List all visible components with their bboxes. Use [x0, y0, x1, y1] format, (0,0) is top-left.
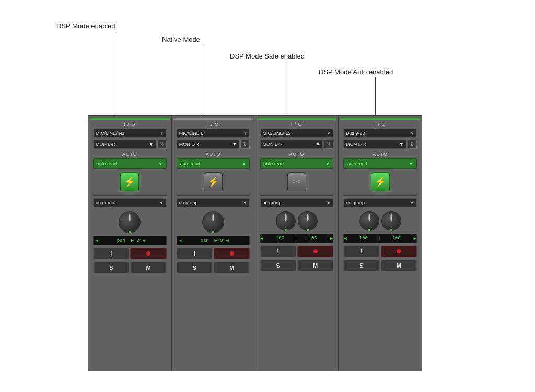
input-btn-ch4[interactable]: I [343, 246, 379, 257]
input-btn-ch1[interactable]: I [93, 248, 129, 259]
rec-dot-ch2 [230, 251, 234, 256]
dsp-safe-line [286, 61, 286, 117]
mon-row-ch1: MON L-R ▼ ⇅ [93, 140, 167, 149]
io-label-ch3: I / O [291, 122, 303, 127]
mon-row-ch4: MON L-R ▼ ⇅ [343, 140, 417, 149]
rec-btn-ch1[interactable] [130, 248, 166, 259]
io-label-ch4: I / O [375, 122, 386, 127]
btn-row-bottom-ch4: S M [343, 260, 417, 271]
channel-strip-3: I / O MIC/LINE/I12 ▼ MON L-R ▼ ⇅ AUTO au… [255, 116, 339, 371]
dsp-button-ch4[interactable]: ⚡ [371, 172, 390, 191]
input-dropdown-ch1[interactable]: MIC/LINE/IN1 ▼ [93, 129, 167, 138]
knobs-area-ch2 [177, 211, 250, 233]
btn-row-bottom-ch3: S M [260, 260, 334, 271]
rec-btn-ch2[interactable] [214, 248, 250, 259]
mute-btn-ch1[interactable]: M [130, 262, 166, 273]
rec-btn-ch4[interactable] [381, 246, 417, 257]
auto-label-ch2: AUTO [206, 152, 221, 157]
knob-right-ch4[interactable] [381, 211, 401, 231]
separator-ch4 [343, 195, 417, 196]
group-dropdown-ch4[interactable]: no group ▼ [343, 198, 417, 207]
vol-display-ch3[interactable]: ◀ 100 100 ▶ [260, 234, 334, 243]
mon-dropdown-ch3[interactable]: MON L-R ▼ [260, 140, 323, 149]
dsp-button-ch2[interactable]: ⚡ [204, 172, 223, 191]
solo-btn-ch3[interactable]: S [260, 260, 296, 271]
mon-row-ch3: MON L-R ▼ ⇅ [260, 140, 334, 149]
auto-dropdown-ch2[interactable]: auto read ▼ [177, 158, 250, 169]
mixer-panel: I / O MIC/LINE/IN1 ▼ MON L-R ▼ ⇅ AUTO au… [88, 115, 422, 371]
dsp-auto-line [375, 77, 376, 117]
io-label-ch2: I / O [207, 122, 219, 127]
rec-btn-ch3[interactable] [297, 246, 333, 257]
separator-ch1 [93, 195, 167, 196]
io-label-ch1: I / O [124, 122, 135, 127]
dsp-mode-safe-label: DSP Mode Safe enabled [230, 52, 305, 60]
native-mode-line [204, 43, 204, 117]
rec-dot-ch4 [397, 249, 401, 253]
btn-row-top-ch1: I [93, 248, 167, 259]
mute-btn-ch2[interactable]: M [214, 262, 250, 273]
phase-btn-ch2[interactable]: ⇅ [240, 140, 250, 149]
channel-strip-1: I / O MIC/LINE/IN1 ▼ MON L-R ▼ ⇅ AUTO au… [88, 116, 172, 371]
knobs-area-ch3 [260, 211, 334, 231]
vol-display-ch4[interactable]: ◀ 100 100 ▶ [343, 234, 417, 243]
channel-strip-4: I / O Bus 9-10 ▼ MON L-R ▼ ⇅ AUTO auto r… [339, 116, 422, 371]
btn-row-top-ch4: I [343, 246, 417, 257]
mute-btn-ch3[interactable]: M [297, 260, 333, 271]
mon-row-ch2: MON L-R ▼ ⇅ [177, 140, 250, 149]
mon-dropdown-ch1[interactable]: MON L-R ▼ [93, 140, 156, 149]
auto-dropdown-ch3[interactable]: auto read ▼ [260, 158, 334, 169]
solo-btn-ch4[interactable]: S [343, 260, 379, 271]
input-btn-ch2[interactable]: I [177, 248, 213, 259]
knob-dot-ch2 [212, 231, 214, 233]
dsp-mode-auto-label: DSP Mode Auto enabled [319, 68, 393, 76]
phase-btn-ch3[interactable]: ⇅ [324, 140, 333, 149]
input-dropdown-ch4[interactable]: Bus 9-10 ▼ [343, 129, 417, 138]
dsp-bar-ch1 [90, 118, 170, 120]
knob-left-ch4[interactable] [359, 211, 379, 231]
auto-label-ch4: AUTO [373, 152, 388, 157]
group-dropdown-ch2[interactable]: no group ▼ [177, 198, 250, 207]
mute-btn-ch4[interactable]: M [381, 260, 417, 271]
auto-label-ch1: AUTO [122, 152, 137, 157]
dsp-button-ch1[interactable]: ⚡ [120, 172, 139, 191]
input-dropdown-ch2[interactable]: MIC/LINE 8 ▼ [177, 129, 250, 138]
btn-row-bottom-ch2: S M [177, 262, 250, 273]
dsp-mode-enabled-label: DSP Mode enabled [56, 22, 115, 30]
group-dropdown-ch1[interactable]: no group ▼ [93, 198, 167, 207]
btn-row-top-ch3: I [260, 246, 334, 257]
knob-dot-right-ch3 [307, 229, 309, 231]
btn-row-top-ch2: I [177, 248, 250, 259]
auto-label-ch3: AUTO [289, 152, 304, 157]
auto-dropdown-ch4[interactable]: auto read ▼ [343, 158, 417, 169]
knobs-area-ch1 [93, 211, 167, 233]
solo-btn-ch2[interactable]: S [177, 262, 213, 273]
knob-left-ch3[interactable] [276, 211, 296, 231]
knob-dot-right-ch4 [390, 229, 392, 231]
channel-strip-2: I / O MIC/LINE 8 ▼ MON L-R ▼ ⇅ AUTO auto… [172, 116, 255, 371]
separator-ch2 [177, 195, 250, 196]
mon-dropdown-ch4[interactable]: MON L-R ▼ [343, 140, 406, 149]
auto-dropdown-ch1[interactable]: auto read ▼ [93, 158, 167, 169]
knob-right-ch3[interactable] [298, 211, 318, 231]
phase-btn-ch1[interactable]: ⇅ [157, 140, 167, 149]
knob-ch1[interactable] [119, 211, 141, 233]
knob-dot-left-ch3 [285, 229, 287, 231]
solo-btn-ch1[interactable]: S [93, 262, 129, 273]
dsp-bar-ch4 [340, 118, 420, 120]
native-mode-label: Native Mode [162, 36, 200, 43]
input-dropdown-ch3[interactable]: MIC/LINE/I12 ▼ [260, 129, 334, 138]
separator-ch3 [260, 195, 334, 196]
mon-dropdown-ch2[interactable]: MON L-R ▼ [177, 140, 240, 149]
rec-dot-ch1 [146, 251, 150, 256]
pan-display-ch1[interactable]: ◀ pan ▶ 0 ◀ [93, 236, 167, 245]
input-btn-ch3[interactable]: I [260, 246, 296, 257]
knob-dot-left-ch4 [368, 229, 370, 231]
dsp-button-ch3[interactable]: ✂ [287, 172, 306, 191]
group-dropdown-ch3[interactable]: no group ▼ [260, 198, 334, 207]
pan-display-ch2[interactable]: ◀ pan ▶ 0 ◀ [177, 236, 250, 245]
dsp-enabled-line [114, 30, 114, 117]
knobs-area-ch4 [343, 211, 417, 231]
knob-ch2[interactable] [202, 211, 224, 233]
phase-btn-ch4[interactable]: ⇅ [408, 140, 417, 149]
